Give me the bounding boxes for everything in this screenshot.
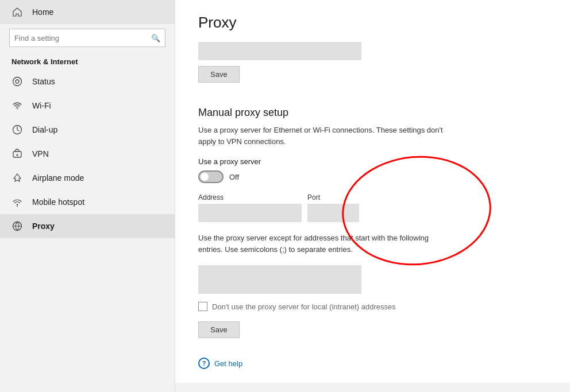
auto-save-button[interactable]: Save	[198, 66, 240, 83]
search-input[interactable]	[14, 34, 149, 42]
auto-proxy-section: Save	[198, 42, 547, 96]
main-wrapper: Proxy Save Manual proxy setup Use a prox…	[175, 0, 570, 392]
sidebar-item-wifi[interactable]: Wi-Fi	[0, 94, 175, 118]
sidebar: Home 🔍 Network & Internet Status	[0, 0, 175, 392]
address-label: Address	[198, 193, 302, 201]
toggle-label: Off	[229, 173, 239, 181]
port-input-main[interactable]	[323, 204, 359, 222]
manual-save-button[interactable]: Save	[198, 321, 240, 338]
toggle-knob	[201, 173, 209, 181]
home-icon	[11, 6, 23, 18]
sidebar-item-dialup[interactable]: Dial-up	[0, 118, 175, 142]
port-input-row	[307, 204, 359, 222]
local-checkbox-row: Don't use the proxy server for local (in…	[198, 302, 547, 311]
vpn-icon	[11, 148, 23, 160]
status-icon	[11, 76, 23, 87]
sidebar-item-label: Dial-up	[32, 125, 57, 134]
section-label: Network & Internet	[0, 52, 175, 69]
hotspot-icon	[11, 196, 23, 208]
use-proxy-label: Use a proxy server	[198, 157, 547, 166]
get-help-link[interactable]: Get help	[214, 359, 242, 368]
port-label: Port	[307, 193, 359, 201]
wifi-icon	[11, 100, 23, 111]
local-checkbox[interactable]	[198, 302, 207, 311]
dialup-icon	[11, 124, 23, 135]
proxy-icon	[11, 220, 23, 232]
sidebar-item-label: Mobile hotspot	[32, 197, 84, 207]
exceptions-input[interactable]	[198, 265, 361, 294]
svg-point-6	[17, 204, 18, 205]
manual-section-title: Manual proxy setup	[198, 107, 547, 119]
manual-description: Use a proxy server for Ethernet or Wi-Fi…	[198, 125, 451, 147]
svg-point-5	[17, 154, 18, 156]
get-help-icon: ?	[198, 358, 210, 369]
sidebar-item-label: Wi-Fi	[32, 101, 51, 110]
sidebar-item-proxy[interactable]: Proxy	[0, 214, 175, 238]
sidebar-item-hotspot[interactable]: Mobile hotspot	[0, 190, 175, 214]
proxy-toggle-row: Off	[198, 170, 547, 183]
search-box[interactable]: 🔍	[9, 29, 165, 47]
local-checkbox-label: Don't use the proxy server for local (in…	[212, 302, 396, 311]
sidebar-item-airplane[interactable]: Airplane mode	[0, 166, 175, 190]
get-help-row: ? Get help	[198, 358, 547, 369]
search-box-wrap: 🔍	[0, 24, 175, 52]
address-port-row: Address Port	[198, 193, 547, 222]
svg-point-0	[13, 77, 22, 86]
sidebar-item-label: Proxy	[32, 222, 55, 231]
sidebar-item-label: VPN	[32, 149, 49, 158]
svg-point-1	[16, 80, 19, 83]
home-label: Home	[32, 7, 53, 17]
exceptions-description: Use the proxy server except for addresse…	[198, 232, 451, 255]
sidebar-item-status[interactable]: Status	[0, 69, 175, 94]
svg-point-2	[17, 108, 18, 110]
sidebar-item-vpn[interactable]: VPN	[0, 142, 175, 166]
address-field-group: Address	[198, 193, 302, 222]
port-input-small[interactable]	[307, 204, 323, 222]
auto-proxy-input[interactable]	[198, 42, 361, 60]
address-input[interactable]	[198, 204, 302, 222]
proxy-toggle[interactable]	[198, 170, 224, 183]
page-title: Proxy	[198, 14, 547, 32]
sidebar-item-home[interactable]: Home	[0, 0, 175, 24]
main-content: Proxy Save Manual proxy setup Use a prox…	[175, 0, 570, 383]
sidebar-item-label: Airplane mode	[32, 173, 84, 183]
search-icon: 🔍	[151, 34, 160, 42]
airplane-icon	[11, 172, 23, 184]
sidebar-item-label: Status	[32, 77, 55, 86]
port-field-group: Port	[307, 193, 359, 222]
